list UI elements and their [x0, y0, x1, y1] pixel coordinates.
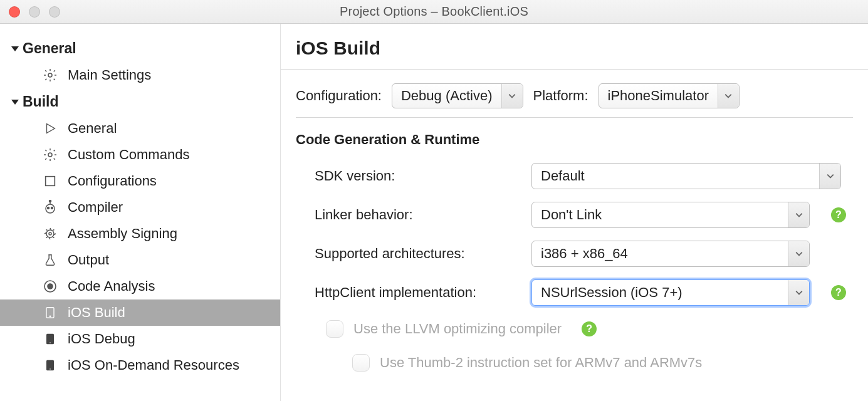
platform-dropdown[interactable]: iPhoneSimulator	[599, 83, 740, 108]
sidebar-item-main-settings[interactable]: Main Settings	[0, 62, 280, 88]
minimize-icon[interactable]	[29, 6, 40, 18]
row-arch: Supported architectures: i386 + x86_64	[315, 234, 853, 273]
thumb-checkbox[interactable]	[352, 354, 370, 372]
chevron-down-icon	[819, 164, 840, 189]
close-icon[interactable]	[9, 6, 20, 18]
svg-point-10	[48, 284, 53, 289]
chevron-down-icon	[718, 84, 739, 108]
sidebar-item-configurations[interactable]: Configurations	[0, 168, 280, 194]
robot-icon	[41, 199, 59, 216]
window-title: Project Options – BookClient.iOS	[0, 4, 868, 19]
sidebar-item-ios-build[interactable]: iOS Build	[0, 299, 280, 326]
sidebar-item-label: Assembly Signing	[68, 226, 177, 242]
dropdown-value: Don't Link	[532, 207, 788, 223]
dropdown-value: Default	[532, 168, 819, 184]
sidebar: General Main Settings Build General Cust…	[0, 24, 281, 401]
section-label: Build	[23, 93, 59, 110]
row-sdk: SDK version: Default	[315, 157, 853, 195]
disclosure-icon	[11, 46, 19, 51]
sidebar-section-build[interactable]: Build	[0, 88, 280, 115]
traffic-lights	[9, 6, 60, 18]
llvm-checkbox[interactable]	[326, 320, 343, 338]
dropdown-value: i386 + x86_64	[532, 246, 788, 262]
row-thumb: Use Thumb-2 instruction set for ARMv7 an…	[315, 346, 853, 380]
dropdown-value: Debug (Active)	[392, 88, 501, 104]
svg-point-5	[51, 207, 53, 209]
row-httpclient: HttpClient implementation: NSUrlSession …	[315, 273, 853, 312]
main-header: iOS Build	[281, 24, 868, 70]
dropdown-value: iPhoneSimulator	[599, 88, 718, 104]
gear-icon	[41, 66, 59, 84]
section-title: Code Generation & Runtime	[281, 118, 868, 152]
sidebar-item-label: iOS Build	[68, 305, 125, 321]
sidebar-item-label: Compiler	[68, 199, 123, 216]
sidebar-item-compiler[interactable]: Compiler	[0, 194, 280, 221]
thumb-label: Use Thumb-2 instruction set for ARMv7 an…	[380, 355, 702, 371]
chevron-down-icon	[788, 202, 809, 227]
badge-icon	[41, 225, 59, 242]
httpclient-dropdown[interactable]: NSUrlSession (iOS 7+)	[531, 279, 810, 306]
help-icon[interactable]: ?	[831, 285, 846, 300]
sidebar-item-custom-commands[interactable]: Custom Commands	[0, 142, 280, 168]
sidebar-item-label: Configurations	[68, 173, 157, 189]
row-llvm: Use the LLVM optimizing compiler ?	[315, 312, 853, 346]
sidebar-item-label: Output	[68, 252, 109, 268]
maximize-icon[interactable]	[49, 6, 60, 18]
svg-rect-2	[46, 177, 55, 186]
phone-icon	[41, 304, 59, 321]
platform-label: Platform:	[533, 88, 588, 104]
svg-point-12	[50, 316, 51, 317]
arch-label: Supported architectures:	[315, 246, 520, 262]
flask-icon	[41, 251, 59, 269]
target-icon	[41, 278, 59, 295]
main-panel: iOS Build Configuration: Debug (Active) …	[281, 24, 868, 401]
sdk-dropdown[interactable]: Default	[531, 163, 841, 189]
sidebar-item-label: General	[68, 120, 117, 137]
help-icon[interactable]: ?	[831, 207, 846, 222]
sidebar-item-label: Custom Commands	[68, 147, 189, 163]
svg-point-8	[49, 232, 51, 235]
sidebar-item-ios-ondemand[interactable]: iOS On-Demand Resources	[0, 352, 280, 378]
arch-dropdown[interactable]: i386 + x86_64	[531, 241, 810, 267]
phone-dark-icon	[41, 357, 59, 374]
svg-point-6	[50, 200, 51, 202]
linker-label: Linker behavior:	[315, 207, 520, 223]
svg-point-7	[46, 230, 54, 237]
chevron-down-icon	[788, 280, 809, 305]
sidebar-item-label: Main Settings	[68, 67, 151, 83]
sidebar-item-ios-debug[interactable]: iOS Debug	[0, 326, 280, 352]
sdk-label: SDK version:	[315, 168, 520, 184]
sidebar-item-output[interactable]: Output	[0, 247, 280, 273]
titlebar: Project Options – BookClient.iOS	[0, 0, 868, 24]
disclosure-icon	[11, 100, 19, 105]
sidebar-section-general[interactable]: General	[0, 35, 280, 62]
dropdown-value: NSUrlSession (iOS 7+)	[532, 284, 788, 301]
sidebar-item-build-general[interactable]: General	[0, 115, 280, 142]
linker-dropdown[interactable]: Don't Link	[531, 202, 810, 228]
play-icon	[41, 120, 59, 137]
sidebar-item-code-analysis[interactable]: Code Analysis	[0, 273, 280, 299]
svg-point-14	[50, 342, 51, 343]
svg-point-0	[48, 73, 52, 77]
svg-point-1	[48, 153, 52, 157]
configuration-label: Configuration:	[296, 88, 382, 104]
svg-point-16	[50, 368, 51, 370]
row-linker: Linker behavior: Don't Link ?	[315, 195, 853, 234]
sidebar-item-label: iOS On-Demand Resources	[68, 357, 239, 373]
section-label: General	[23, 40, 76, 57]
llvm-label: Use the LLVM optimizing compiler	[353, 321, 562, 337]
httpclient-label: HttpClient implementation:	[315, 284, 520, 301]
help-icon[interactable]: ?	[582, 321, 597, 336]
sidebar-item-label: Code Analysis	[68, 278, 155, 294]
gear-icon	[41, 146, 59, 164]
chevron-down-icon	[788, 241, 809, 266]
form: SDK version: Default Linker behavior: Do…	[281, 152, 868, 380]
config-row: Configuration: Debug (Active) Platform: …	[281, 70, 868, 113]
square-icon	[41, 172, 59, 190]
sidebar-item-assembly-signing[interactable]: Assembly Signing	[0, 221, 280, 247]
svg-point-4	[48, 207, 50, 209]
page-title: iOS Build	[296, 38, 853, 59]
sidebar-item-label: iOS Debug	[68, 331, 135, 347]
configuration-dropdown[interactable]: Debug (Active)	[392, 83, 523, 108]
phone-dark-icon	[41, 330, 59, 348]
